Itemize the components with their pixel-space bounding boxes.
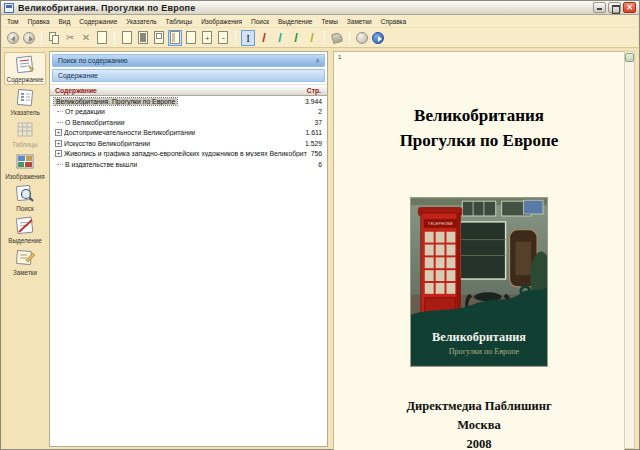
toc-row-label[interactable]: Великобритания. Прогулки по Европе [54,98,177,105]
toc-row[interactable]: О Великобритании 37 [50,117,327,128]
cover-title: Великобритания [432,330,526,344]
red-marker-tool[interactable]: / [257,30,271,46]
toc-search-header-label: Поиск по содержанию [58,57,128,64]
expand-icon[interactable]: + [55,150,62,157]
toc-row-label[interactable]: Живопись и графика западно-европейских х… [64,150,307,157]
highlight-icon [13,216,37,236]
sidebar-tab-label: Таблицы [4,141,46,148]
sidebar-tabstrip: Содержание Указатель [2,48,48,449]
expand-icon[interactable]: + [55,140,62,147]
menu-selection[interactable]: Выделение [278,18,312,25]
tree-connector [57,111,63,112]
title-bar: Великобритания. Прогулки по Европе ✕ [1,1,639,15]
collapse-icon[interactable]: » [312,58,321,62]
sidebar-tab-images[interactable]: Изображения [4,150,46,181]
next-page-button[interactable] [371,30,385,46]
sidebar-tab-highlight[interactable]: Выделение [4,214,46,245]
column-title: Содержание [50,87,97,94]
menu-volume[interactable]: Том [7,18,19,25]
toolbar-separator [41,31,42,45]
toc-column-header: Содержание Стр. [50,84,327,96]
toc-row-label[interactable]: Достопримечательности Великобритании [64,129,195,136]
toc-search-header[interactable]: Поиск по содержанию » [52,54,325,67]
expand-icon[interactable]: + [55,129,62,136]
toc-row-label[interactable]: Искусство Великобритании [64,140,150,147]
history-forward-button[interactable] [22,30,36,46]
toc-section-header[interactable]: Содержание [52,69,325,82]
book-title: Великобритания Прогулки по Европе [334,104,624,153]
sidebar-tab-label: Выделение [4,237,46,244]
maximize-button[interactable] [608,2,621,13]
zoom-in-page-button[interactable] [200,30,214,46]
page-scrollbar[interactable] [624,51,635,449]
sidebar-tab-index[interactable]: Указатель [4,86,46,117]
view-page-thumbnail-button[interactable] [152,30,166,46]
toc-row[interactable]: + Достопримечательности Великобритании 1… [50,128,327,139]
view-page-plain-button[interactable] [184,30,198,46]
app-icon[interactable] [4,3,14,13]
clipboard-page-button[interactable] [95,30,109,46]
zoom-out-page-button[interactable] [216,30,230,46]
toc-row-label[interactable]: О Великобритании [65,119,125,126]
menu-bar: Том Правка Вид Содержание Указатель Табл… [2,15,638,28]
green-marker-tool[interactable]: / [289,30,303,46]
menu-images[interactable]: Изображения [201,18,242,25]
page-number: 1 [338,54,341,60]
toc-row[interactable]: Великобритания. Прогулки по Европе 3.944 [50,96,327,107]
toolbar: ✂ ✕ I / / / / [2,28,638,48]
toc-row[interactable]: + Искусство Великобритании 1.529 [50,138,327,149]
delete-button[interactable]: ✕ [79,30,93,46]
toc-row-label[interactable]: В издательстве вышли [65,161,137,168]
toc-row-page: 2 [314,108,322,115]
toc-row[interactable]: От редакции 2 [50,107,327,118]
toc-row-page: 1.529 [301,140,322,147]
toc-row[interactable]: + Живопись и графика западно-европейских… [50,149,327,160]
toc-panel: Поиск по содержанию » Содержание Содержа… [49,51,328,447]
stamp-tool[interactable] [330,30,344,46]
view-page-filled-button[interactable] [136,30,150,46]
close-button[interactable]: ✕ [623,2,636,13]
minimize-button[interactable] [593,2,606,13]
menu-index[interactable]: Указатель [126,18,156,25]
copy-button[interactable] [47,30,61,46]
teal-marker-tool[interactable]: / [273,30,287,46]
menu-search[interactable]: Поиск [251,18,269,25]
toc-row-page: 3.944 [301,98,322,105]
main-area: Содержание Указатель [2,48,638,449]
prev-page-button[interactable] [355,30,369,46]
menu-help[interactable]: Справка [381,18,407,25]
menu-tables[interactable]: Таблицы [166,18,193,25]
menu-notes[interactable]: Заметки [347,18,372,25]
sidebar-tab-label: Указатель [4,109,46,116]
toc-row[interactable]: В издательстве вышли 6 [50,159,327,170]
text-cursor-tool[interactable]: I [241,30,255,46]
sidebar-tab-label: Заметки [4,269,46,276]
toc-row-page: 37 [310,119,322,126]
app-window: Великобритания. Прогулки по Европе ✕ Том… [0,0,640,450]
sidebar-tab-label: Изображения [4,173,46,180]
yellow-marker-tool[interactable]: / [305,30,319,46]
toolbar-separator [235,31,236,45]
sidebar-tab-contents[interactable]: Содержание [4,52,46,85]
toc-row-page: 756 [307,150,322,157]
cut-button[interactable]: ✂ [63,30,77,46]
tree-connector [57,164,63,165]
history-back-button[interactable] [6,30,20,46]
sidebar-tab-label: Поиск [4,205,46,212]
sidebar-tab-search[interactable]: Поиск [4,182,46,213]
view-page-split-button[interactable] [168,30,182,46]
toc-row-label[interactable]: От редакции [65,108,105,115]
sidebar-tab-notes[interactable]: Заметки [4,246,46,277]
tree-connector [57,122,63,123]
scrollbar-thumb[interactable] [625,53,634,62]
menu-themes[interactable]: Темы [321,18,337,25]
toolbar-separator [114,31,115,45]
toc-tree: Великобритания. Прогулки по Европе 3.944… [50,96,327,170]
cover-subtitle: Прогулки по Европе [449,347,520,356]
book-title-line2: Прогулки по Европе [334,129,624,154]
menu-view[interactable]: Вид [59,18,71,25]
menu-contents[interactable]: Содержание [79,18,117,25]
menu-edit[interactable]: Правка [28,18,50,25]
index-icon [13,88,37,108]
view-page-outline-button[interactable] [120,30,134,46]
